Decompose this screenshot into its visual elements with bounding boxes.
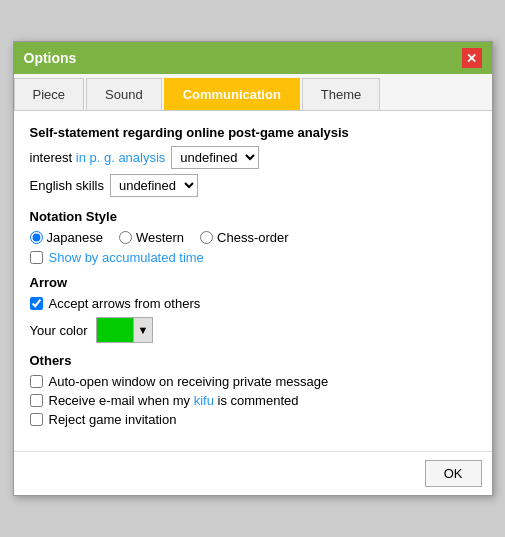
accept-arrows-row: Accept arrows from others: [30, 296, 476, 311]
others-section: Others Auto-open window on receiving pri…: [30, 353, 476, 427]
bottom-bar: OK: [14, 451, 492, 495]
english-row: English skills undefined poor basic good…: [30, 174, 476, 197]
english-select[interactable]: undefined poor basic good fluent: [110, 174, 198, 197]
receive-email-checkbox[interactable]: [30, 394, 43, 407]
color-dropdown-arrow-icon[interactable]: ▼: [133, 318, 153, 342]
others-header: Others: [30, 353, 476, 368]
interest-select[interactable]: undefined low medium high: [171, 146, 259, 169]
english-label: English skills: [30, 178, 104, 193]
tab-sound[interactable]: Sound: [86, 78, 162, 110]
radio-chess-order[interactable]: Chess-order: [200, 230, 289, 245]
interest-highlight: in p. g. analysis: [76, 150, 166, 165]
reject-invitation-label: Reject game invitation: [49, 412, 177, 427]
close-button[interactable]: ✕: [462, 48, 482, 68]
title-bar: Options ✕: [14, 42, 492, 74]
auto-open-checkbox[interactable]: [30, 375, 43, 388]
tab-communication[interactable]: Communication: [164, 78, 300, 110]
others-item-0: Auto-open window on receiving private me…: [30, 374, 476, 389]
self-statement-header: Self-statement regarding online post-gam…: [30, 125, 476, 140]
main-content: Self-statement regarding online post-gam…: [14, 111, 492, 451]
notation-style-header: Notation Style: [30, 209, 476, 224]
radio-japanese-label: Japanese: [47, 230, 103, 245]
accumulated-time-label: Show by accumulated time: [49, 250, 204, 265]
color-picker[interactable]: ▼: [96, 317, 154, 343]
dialog-title: Options: [24, 50, 77, 66]
auto-open-label: Auto-open window on receiving private me…: [49, 374, 329, 389]
radio-western-label: Western: [136, 230, 184, 245]
interest-row: interest in p. g. analysis undefined low…: [30, 146, 476, 169]
arrow-header: Arrow: [30, 275, 476, 290]
accept-arrows-checkbox[interactable]: [30, 297, 43, 310]
accept-arrows-label: Accept arrows from others: [49, 296, 201, 311]
accumulated-time-row: Show by accumulated time: [30, 250, 476, 265]
your-color-row: Your color ▼: [30, 317, 476, 343]
radio-western-input[interactable]: [119, 231, 132, 244]
notation-radio-group: Japanese Western Chess-order: [30, 230, 476, 245]
others-item-2: Reject game invitation: [30, 412, 476, 427]
arrow-section: Arrow Accept arrows from others Your col…: [30, 275, 476, 343]
receive-email-label: Receive e-mail when my kifu is commented: [49, 393, 299, 408]
accumulated-time-checkbox[interactable]: [30, 251, 43, 264]
tab-piece[interactable]: Piece: [14, 78, 85, 110]
tab-bar: Piece Sound Communication Theme: [14, 74, 492, 111]
radio-japanese[interactable]: Japanese: [30, 230, 103, 245]
reject-invitation-checkbox[interactable]: [30, 413, 43, 426]
tab-theme[interactable]: Theme: [302, 78, 380, 110]
others-item-1: Receive e-mail when my kifu is commented: [30, 393, 476, 408]
options-dialog: Options ✕ Piece Sound Communication Them…: [13, 41, 493, 496]
radio-chess-label: Chess-order: [217, 230, 289, 245]
radio-japanese-input[interactable]: [30, 231, 43, 244]
interest-label: interest in p. g. analysis: [30, 150, 166, 165]
radio-chess-input[interactable]: [200, 231, 213, 244]
ok-button[interactable]: OK: [425, 460, 482, 487]
notation-style-section: Notation Style Japanese Western Chess-or…: [30, 209, 476, 265]
radio-western[interactable]: Western: [119, 230, 184, 245]
color-swatch: [97, 318, 133, 342]
your-color-label: Your color: [30, 323, 88, 338]
self-statement-section: Self-statement regarding online post-gam…: [30, 125, 476, 197]
